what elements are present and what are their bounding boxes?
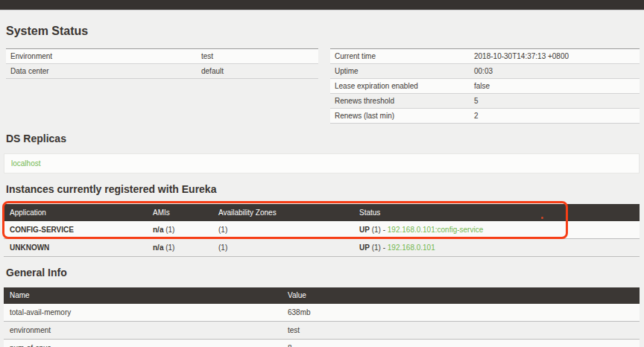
instances-table: Application AMIs Availability Zones Stat… — [4, 204, 640, 257]
status-label: Environment — [6, 48, 197, 63]
status-label: Current time — [330, 48, 470, 63]
table-row: environment test — [4, 321, 640, 339]
status-label: Renews (last min) — [330, 108, 470, 123]
status-value: 2018-10-30T14:37:13 +0800 — [470, 48, 640, 63]
status-up: UP — [359, 226, 370, 234]
status-separator: (1) - — [370, 226, 388, 234]
instances-heading: Instances currently registered with Eure… — [6, 174, 640, 195]
table-row: CONFIG-SERVICE n/a (1) (1) UP (1) - 192.… — [4, 221, 640, 239]
zones-count: (1) — [212, 221, 353, 239]
ds-replica-link-localhost[interactable]: localhost — [11, 159, 40, 168]
status-value: default — [197, 63, 318, 78]
application-name: CONFIG-SERVICE — [10, 226, 74, 234]
ds-replicas-heading: DS Replicas — [6, 124, 640, 144]
table-row: Data center default — [6, 63, 318, 78]
ds-replicas-box: localhost — [4, 153, 640, 174]
status-label: Uptime — [330, 63, 470, 78]
table-row: num-of-cpus 8 — [4, 339, 640, 347]
general-info-header-row: Name Value — [4, 287, 640, 304]
table-row: UNKNOWN n/a (1) (1) UP (1) - 192.168.0.1… — [4, 239, 640, 257]
application-name: UNKNOWN — [10, 243, 49, 252]
status-value: 00:03 — [470, 63, 640, 78]
column-header-name: Name — [4, 287, 282, 304]
system-status-right-table: Current time 2018-10-30T14:37:13 +0800 U… — [330, 48, 640, 124]
status-separator: (1) - — [370, 243, 388, 252]
system-status-heading: System Status — [6, 10, 640, 38]
table-row: Uptime 00:03 — [330, 63, 640, 78]
instances-section: Application AMIs Availability Zones Stat… — [4, 204, 640, 257]
column-header-application: Application — [4, 204, 147, 221]
status-value: false — [470, 78, 640, 93]
table-row: Current time 2018-10-30T14:37:13 +0800 — [330, 48, 640, 63]
instance-link[interactable]: 192.168.0.101 — [388, 243, 435, 252]
table-row: Renews (last min) 2 — [330, 108, 640, 123]
amis-count: n/a — [153, 226, 163, 234]
status-up: UP — [359, 243, 370, 252]
info-name: num-of-cpus — [4, 339, 282, 347]
amis-count: n/a — [153, 243, 163, 252]
column-header-status: Status — [353, 204, 640, 221]
instance-link[interactable]: 192.168.0.101:config-service — [388, 226, 483, 234]
info-name: environment — [4, 321, 282, 339]
system-status-left-table: Environment test Data center default — [6, 48, 318, 79]
status-value: 2 — [470, 108, 640, 123]
table-row: Lease expiration enabled false — [330, 78, 640, 93]
zones-count: (1) — [212, 239, 353, 257]
column-header-availability-zones: Availability Zones — [212, 204, 353, 221]
status-value: 5 — [470, 93, 640, 108]
general-info-heading: General Info — [6, 257, 640, 278]
status-label: Data center — [6, 63, 197, 78]
table-row: total-avail-memory 638mb — [4, 304, 640, 322]
system-status-section: Environment test Data center default Cur… — [4, 48, 640, 124]
info-name: total-avail-memory — [4, 304, 282, 322]
status-label: Lease expiration enabled — [330, 78, 470, 93]
table-row: Environment test — [6, 48, 318, 63]
table-row: Renews threshold 5 — [330, 93, 640, 108]
amis-detail: (1) — [163, 243, 174, 252]
top-navigation-bar — [0, 0, 644, 10]
status-value: test — [197, 48, 318, 63]
info-value: 8 — [282, 339, 640, 347]
general-info-table: Name Value total-avail-memory 638mb envi… — [4, 287, 640, 347]
status-label: Renews threshold — [330, 93, 470, 108]
amis-detail: (1) — [163, 226, 174, 234]
column-header-amis: AMIs — [147, 204, 212, 221]
info-value: 638mb — [282, 304, 640, 322]
instances-header-row: Application AMIs Availability Zones Stat… — [4, 204, 640, 221]
info-value: test — [282, 321, 640, 339]
page-content: System Status Environment test Data cent… — [0, 10, 644, 347]
column-header-value: Value — [282, 287, 640, 304]
